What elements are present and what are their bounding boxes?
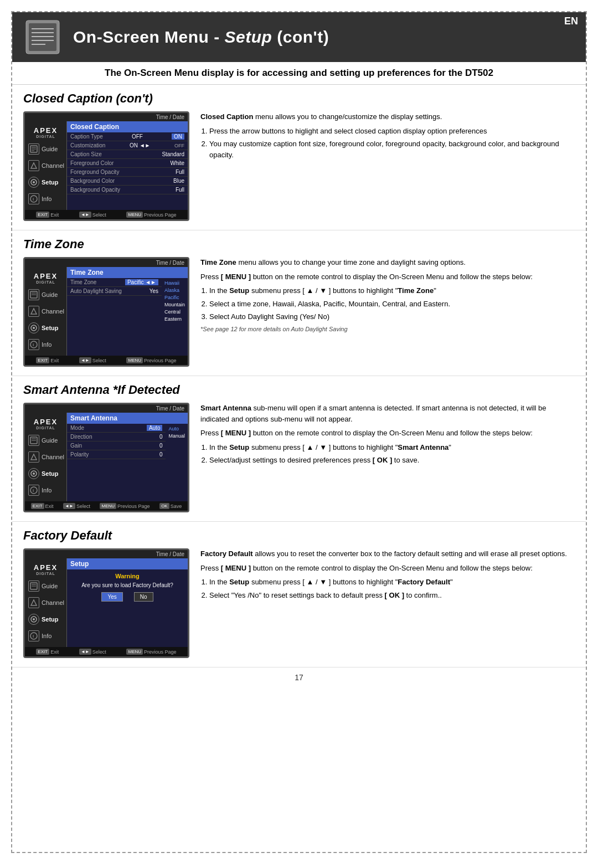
info-icon-2: i bbox=[28, 339, 39, 350]
apex-logo-1: APEX DIGITAL bbox=[25, 124, 66, 141]
svg-text:i: i bbox=[33, 197, 34, 202]
title-italic: Setup bbox=[225, 28, 272, 46]
cc-steps: Press the arrow buttons to higlight and … bbox=[209, 126, 575, 161]
tz-step-1: In the Setup submenu press [ ▲ / ▼ ] but… bbox=[209, 285, 575, 296]
manual-icon bbox=[23, 18, 62, 57]
factory-default-title: Factory Default bbox=[23, 528, 575, 543]
panel-row-1-4: Foreground Opacity Full bbox=[67, 168, 188, 177]
tv-body-4: APEX DIGITAL Guide Channel bbox=[25, 558, 188, 647]
sidebar-info-3: i Info bbox=[25, 482, 66, 499]
sa-steps: In the Setup submenu press [ ▲ / ▼ ] but… bbox=[209, 442, 575, 466]
header-title: On-Screen Menu - Setup (con't) bbox=[73, 28, 329, 47]
warning-title: Warning bbox=[69, 573, 185, 579]
tv-main-panel-4: Setup Warning Are you sure to load Facto… bbox=[66, 558, 188, 647]
tz-step-2: Select a time zone, Hawaii, Alaska, Paci… bbox=[209, 299, 575, 310]
sidebar-guide-2: Guide bbox=[25, 286, 66, 303]
channel-icon-4 bbox=[28, 597, 39, 608]
svg-point-21 bbox=[33, 327, 35, 329]
svg-marker-35 bbox=[31, 600, 37, 605]
tv-main-panel-3: Smart Antenna Mode Auto Direction bbox=[66, 413, 188, 501]
section-factory-default: Factory Default Time / Date APEX DIGITAL bbox=[12, 522, 586, 667]
closed-caption-desc: Closed Caption menu allows you to change… bbox=[200, 111, 575, 162]
svg-marker-11 bbox=[31, 163, 37, 168]
tv-sidebar-1: APEX DIGITAL Guide bbox=[25, 121, 66, 210]
sa-step-2: Select/adjust settings to desired prefer… bbox=[209, 455, 575, 466]
tv-bottom-bar-2: EXIT Exit ◄► Select MENU Previous Page bbox=[25, 356, 188, 365]
panel-row-1-0: Caption Type OFF ON bbox=[67, 132, 188, 141]
info-label-1: Info bbox=[42, 196, 51, 202]
smart-antenna-content: Time / Date APEX DIGITAL Guide bbox=[23, 403, 575, 512]
sa-row-0: Mode Auto bbox=[67, 424, 166, 433]
tv-sidebar-2: APEX DIGITAL Guide Channel bbox=[25, 267, 66, 356]
title-normal: On-Screen Menu - bbox=[73, 28, 225, 46]
tv-bottom-bar-4: EXIT Exit ◄► Select MENU Previous Page bbox=[25, 647, 188, 656]
panel-title-1: Closed Caption bbox=[67, 121, 188, 132]
tz-options: Hawaii Alaska Pacific Mountain Central E… bbox=[162, 278, 188, 324]
setup-icon-4 bbox=[28, 614, 39, 625]
tz-note: *See page 12 for more details on Auto Da… bbox=[200, 325, 575, 334]
tz-intro: Time Zone menu allows you to change your… bbox=[200, 257, 575, 268]
sa-step-1: In the Setup submenu press [ ▲ / ▼ ] but… bbox=[209, 442, 575, 453]
setup-label-1: Setup bbox=[42, 179, 59, 186]
sidebar-channel-4: Channel bbox=[25, 594, 66, 611]
closed-caption-content: Time / Date APEX DIGITAL Guide bbox=[23, 111, 575, 221]
page-outer: EN On-Screen Menu - Setup (con't) bbox=[0, 0, 598, 868]
time-zone-content: Time / Date APEX DIGITAL Guide bbox=[23, 257, 575, 367]
sidebar-guide-3: Guide bbox=[25, 432, 66, 449]
section-closed-caption: Closed Caption (con't) Time / Date APEX … bbox=[12, 85, 586, 230]
sidebar-channel-3: Channel bbox=[25, 449, 66, 465]
factory-default-tv: Time / Date APEX DIGITAL Guide bbox=[23, 548, 189, 658]
sidebar-guide-4: Guide bbox=[25, 578, 66, 594]
section-time-zone: Time Zone Time / Date APEX DIGITAL bbox=[12, 230, 586, 376]
sa-row-1: Direction 0 bbox=[67, 433, 166, 441]
fd-press-menu: Press [ MENU ] button on the remote cont… bbox=[200, 563, 575, 574]
time-zone-title: Time Zone bbox=[23, 237, 575, 251]
page-header: On-Screen Menu - Setup (con't) bbox=[12, 12, 586, 62]
svg-point-29 bbox=[33, 472, 35, 475]
guide-label-1: Guide bbox=[42, 146, 58, 152]
factory-default-desc: Factory Default allows you to reset the … bbox=[200, 548, 575, 603]
warning-text: Are you sure to load Factory Default? bbox=[69, 582, 185, 589]
closed-caption-tv: Time / Date APEX DIGITAL Guide bbox=[23, 111, 189, 221]
sidebar-setup-3: Setup bbox=[25, 465, 66, 482]
smart-antenna-desc: Smart Antenna sub-menu will open if a sm… bbox=[200, 403, 575, 468]
svg-text:i: i bbox=[33, 634, 34, 639]
warning-buttons: Yes No bbox=[69, 592, 185, 602]
cc-step-1: Press the arrow buttons to higlight and … bbox=[209, 126, 575, 137]
fd-steps: In the Setup submenu press [ ▲ / ▼ ] but… bbox=[209, 577, 575, 600]
guide-icon-3 bbox=[28, 435, 39, 446]
smart-antenna-title: Smart Antenna *If Detected bbox=[23, 383, 575, 397]
panel-row-1-5: Background Color Blue bbox=[67, 177, 188, 186]
warning-yes-btn[interactable]: Yes bbox=[101, 592, 122, 602]
sidebar-info-1: i Info bbox=[25, 191, 66, 207]
panel-title-4: Setup bbox=[67, 558, 188, 569]
tv-sidebar-3: APEX DIGITAL Guide Channel bbox=[25, 413, 66, 501]
tv-top-bar-2: Time / Date bbox=[25, 259, 188, 267]
factory-default-content: Time / Date APEX DIGITAL Guide bbox=[23, 548, 575, 658]
panel-title-3: Smart Antenna bbox=[67, 413, 188, 424]
tz-step-3: Select Auto Daylight Saving (Yes/ No) bbox=[209, 311, 575, 322]
fd-intro: Factory Default allows you to reset the … bbox=[200, 548, 575, 559]
channel-label-1: Channel bbox=[42, 162, 64, 169]
tv-bottom-bar-1: EXIT Exit ◄► Select MENU Previous Page bbox=[25, 210, 188, 219]
setup-icon-3 bbox=[28, 468, 39, 479]
sa-row-3: Polarity 0 bbox=[67, 450, 166, 459]
guide-icon-4 bbox=[28, 581, 39, 592]
closed-caption-title: Closed Caption (con't) bbox=[23, 91, 575, 106]
fd-step-1: In the Setup submenu press [ ▲ / ▼ ] but… bbox=[209, 577, 575, 588]
sidebar-info-4: i Info bbox=[25, 628, 66, 644]
channel-icon-2 bbox=[28, 306, 39, 317]
sa-options: Auto Manual bbox=[166, 424, 188, 459]
time-zone-desc: Time Zone menu allows you to change your… bbox=[200, 257, 575, 337]
sidebar-channel-1: Channel bbox=[25, 157, 66, 174]
page-border: EN On-Screen Menu - Setup (con't) bbox=[11, 11, 587, 853]
tz-row-0: Time Zone Pacific ◄► bbox=[67, 278, 162, 287]
en-badge: EN bbox=[556, 12, 586, 30]
sidebar-channel-2: Channel bbox=[25, 303, 66, 320]
warning-no-btn[interactable]: No bbox=[134, 592, 153, 602]
section-smart-antenna: Smart Antenna *If Detected Time / Date A… bbox=[12, 376, 586, 522]
tv-body-2: APEX DIGITAL Guide Channel bbox=[25, 267, 188, 356]
sidebar-setup-1: Setup bbox=[25, 174, 66, 191]
tv-top-bar-3: Time / Date bbox=[25, 404, 188, 413]
svg-text:i: i bbox=[33, 488, 34, 493]
